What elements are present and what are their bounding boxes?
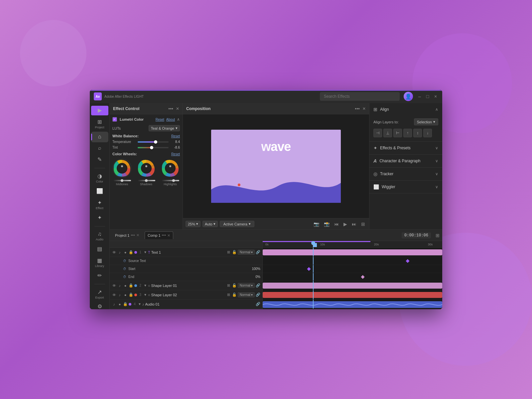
layer2-eye-icon[interactable]: 👁 bbox=[112, 284, 116, 288]
sidebar-item-pen[interactable]: ✏ bbox=[91, 270, 108, 281]
align-section-header[interactable]: ⊞ Align ∧ bbox=[369, 103, 442, 116]
source-text-label[interactable]: Source Text bbox=[128, 259, 260, 263]
layer3-eye-icon[interactable]: 👁 bbox=[112, 293, 116, 297]
tab-comp1-menu[interactable]: ••• bbox=[162, 233, 166, 238]
shadows-wheel-svg[interactable] bbox=[137, 159, 156, 178]
avatar[interactable]: 👤 bbox=[404, 92, 413, 101]
layer1-lock-icon[interactable]: 🔒 bbox=[129, 250, 133, 254]
layer2-audio-icon[interactable]: ♪ bbox=[117, 284, 122, 288]
sidebar-item-audio[interactable]: ♫ Audio bbox=[91, 229, 108, 243]
temperature-slider[interactable] bbox=[138, 141, 169, 143]
layer1-solo-dot[interactable]: ● bbox=[123, 250, 128, 254]
play-button[interactable]: ▶ bbox=[342, 221, 348, 227]
align-center-v-button[interactable]: ↕ bbox=[413, 129, 422, 137]
sidebar-item-shape[interactable]: ⬜ bbox=[91, 186, 108, 197]
layer4-solo-dot[interactable]: ● bbox=[117, 302, 122, 306]
layer2-link-icon[interactable]: 🔗 bbox=[256, 283, 260, 288]
lumetri-about-link[interactable]: About bbox=[166, 118, 175, 121]
sidebar-item-project[interactable]: ⊞ Project bbox=[91, 117, 108, 131]
align-bottom-button[interactable]: ↓ bbox=[423, 129, 432, 137]
resolution-dropdown[interactable]: Auto ▾ bbox=[202, 221, 218, 227]
start-label[interactable]: Start bbox=[128, 267, 250, 271]
sidebar-item-effect[interactable]: ✦ Effect bbox=[91, 198, 108, 212]
layer3-lock2-icon[interactable]: 🔓 bbox=[232, 293, 237, 297]
layer1-eye-icon[interactable]: 👁 bbox=[112, 250, 116, 254]
comp-panel-close[interactable]: ✕ bbox=[362, 106, 366, 111]
tracker-header[interactable]: ◎ Tracker ∨ bbox=[369, 168, 442, 180]
tab-comp1-close[interactable]: ✕ bbox=[167, 233, 170, 238]
layer2-copy-icon[interactable]: ⊞ bbox=[226, 283, 231, 288]
tab-project1-close[interactable]: ✕ bbox=[136, 233, 139, 237]
camera-snapshot-button[interactable]: 📸 bbox=[323, 221, 331, 227]
maximize-button[interactable]: □ bbox=[425, 94, 430, 99]
tab-project1-menu[interactable]: ••• bbox=[131, 233, 135, 238]
zoom-dropdown[interactable]: 25% ▾ bbox=[186, 221, 200, 227]
align-top-button[interactable]: ↑ bbox=[403, 129, 412, 137]
layer2-solo-dot[interactable]: ● bbox=[123, 284, 128, 288]
layer3-link-icon[interactable]: 🔗 bbox=[256, 293, 260, 297]
shadows-slider[interactable] bbox=[137, 180, 155, 181]
align-left-button[interactable]: ⊣ bbox=[373, 129, 382, 137]
sidebar-item-brush[interactable]: ✎ bbox=[91, 154, 108, 165]
timecode-expand-icon[interactable]: ⊞ bbox=[436, 233, 440, 238]
midtones-slider[interactable] bbox=[113, 180, 131, 181]
effect-panel-close[interactable]: ✕ bbox=[176, 106, 179, 111]
tab-project1[interactable]: Project 1 ••• ✕ bbox=[112, 232, 142, 239]
layer4-lock-icon[interactable]: 🔒 bbox=[123, 302, 128, 306]
tint-slider[interactable] bbox=[138, 147, 169, 148]
layer1-expand-arrow[interactable]: ▼ bbox=[144, 250, 147, 254]
snapshot-button[interactable]: 📷 bbox=[312, 221, 321, 227]
minimize-button[interactable]: – bbox=[417, 94, 422, 99]
white-balance-reset[interactable]: Reset bbox=[171, 134, 180, 138]
search-input[interactable] bbox=[320, 92, 400, 101]
effects-presets-header[interactable]: ✦ Effects & Presets ∨ bbox=[369, 142, 442, 154]
layer1-mode-dropdown[interactable]: Normal ▾ bbox=[238, 250, 255, 255]
layer3-audio-icon[interactable]: ♪ bbox=[117, 293, 122, 297]
layer3-name[interactable]: Shape Layer 02 bbox=[151, 293, 225, 297]
midtones-wheel-svg[interactable] bbox=[112, 159, 132, 178]
sidebar-item-color[interactable]: ◑ Color bbox=[91, 171, 108, 185]
active-camera-dropdown[interactable]: Active Camera ▾ bbox=[220, 221, 254, 227]
comp-panel-menu[interactable]: ••• bbox=[355, 106, 360, 111]
luts-dropdown[interactable]: Teal & Orange ▾ bbox=[149, 125, 180, 131]
align-center-h-button[interactable]: ⊥ bbox=[383, 129, 392, 137]
sidebar-item-search[interactable]: ⌕ bbox=[91, 143, 108, 154]
wiggler-header[interactable]: ⬜ Wiggler ∨ bbox=[369, 181, 442, 193]
go-to-start-button[interactable]: ⏮ bbox=[333, 221, 340, 227]
timeline-ruler[interactable]: 0s 10s 20s 30s bbox=[263, 241, 442, 248]
sidebar-item-layers[interactable]: ▤ bbox=[91, 244, 108, 255]
layer1-name[interactable]: Text 1 bbox=[151, 250, 225, 254]
layer4-name[interactable]: Audio 01 bbox=[145, 302, 255, 306]
layer4-audio-icon[interactable]: ♪ bbox=[112, 302, 116, 306]
sidebar-item-export[interactable]: ↗ Export bbox=[91, 287, 108, 301]
layer1-lock2-icon[interactable]: 🔓 bbox=[232, 250, 237, 254]
color-wheels-reset[interactable]: Reset bbox=[171, 152, 180, 156]
tab-comp1[interactable]: Comp 1 ••• ✕ bbox=[145, 231, 173, 239]
layer3-solo-dot[interactable]: ● bbox=[123, 293, 128, 297]
sidebar-item-settings[interactable]: ⚙ Settings bbox=[91, 301, 108, 309]
character-paragraph-header[interactable]: A Character & Paragraph ∨ bbox=[369, 155, 442, 167]
grid-button[interactable]: ⊞ bbox=[360, 221, 366, 227]
layer2-name[interactable]: Shape Layer 01 bbox=[151, 284, 225, 288]
layer1-audio-icon[interactable]: ♪ bbox=[117, 250, 122, 254]
lumetri-reset-link[interactable]: Reset bbox=[156, 118, 164, 121]
layer3-mode-dropdown[interactable]: Normal ▾ bbox=[238, 292, 255, 297]
lumetri-collapse-btn[interactable]: ∧ bbox=[177, 117, 180, 122]
layer1-copy-icon[interactable]: ⊞ bbox=[226, 250, 231, 254]
align-layers-dropdown[interactable]: Selection ▾ bbox=[414, 118, 438, 125]
layer2-lock-icon[interactable]: 🔒 bbox=[129, 283, 133, 288]
align-right-button[interactable]: ⊢ bbox=[393, 129, 402, 137]
selection-tool-button[interactable]: ▶ bbox=[91, 106, 108, 115]
lumetri-checkbox[interactable] bbox=[112, 117, 117, 122]
layer4-link-icon[interactable]: 🔗 bbox=[256, 302, 260, 306]
highlights-wheel-svg[interactable] bbox=[161, 159, 180, 178]
layer2-lock2-icon[interactable]: 🔓 bbox=[232, 283, 237, 288]
layer2-expand-arrow[interactable]: ▼ bbox=[144, 284, 147, 287]
sidebar-item-library[interactable]: ▦ Library bbox=[91, 255, 108, 270]
layer4-expand-arrow[interactable]: ▼ bbox=[138, 302, 141, 306]
layer1-link-icon[interactable]: 🔗 bbox=[256, 250, 260, 254]
close-button[interactable]: × bbox=[433, 94, 438, 99]
highlights-slider[interactable] bbox=[161, 180, 179, 181]
layer3-lock-icon[interactable]: 🔒 bbox=[129, 293, 133, 297]
layer3-copy-icon[interactable]: ⊞ bbox=[226, 293, 231, 297]
